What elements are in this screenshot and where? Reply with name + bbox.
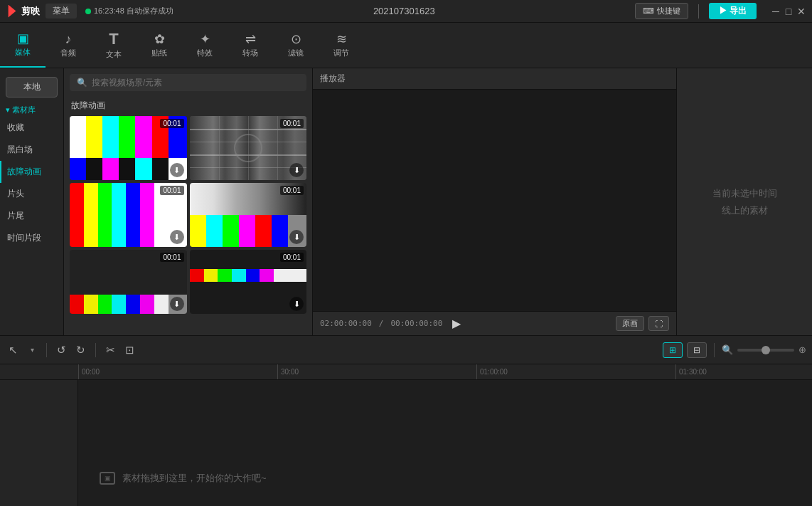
preview-title: 播放器: [313, 68, 676, 90]
preview-controls: 02:00:00:00 / 00:00:00:00 ▶ 原画 ⛶: [313, 311, 676, 335]
thumb-4-duration: 00:01: [280, 186, 304, 195]
title-bar-actions: ⌨ 快捷键 ▶ 导出 ─ □ ✕: [635, 3, 806, 19]
timeline-tracks: ▣ 素材拖拽到这里，开始你的大作吧~: [0, 380, 812, 506]
preview-time-sep: /: [379, 319, 384, 328]
tab-transition[interactable]: ⇌ 转场: [228, 23, 273, 68]
select-button[interactable]: ↖: [6, 341, 21, 359]
magnet-mode-button[interactable]: ⊞: [663, 342, 683, 358]
tab-effect[interactable]: ✦ 特效: [182, 23, 228, 68]
media-thumb-4[interactable]: 00:01 ⬇: [190, 183, 307, 247]
thumb-3-download-icon[interactable]: ⬇: [170, 230, 184, 244]
shortcut-button[interactable]: ⌨ 快捷键: [635, 3, 688, 19]
delete-button[interactable]: ⊡: [122, 341, 137, 359]
timeline-ruler: 00:00 30:00 01:00:00 01:30:00: [0, 364, 812, 380]
thumb-2-duration: 00:01: [280, 119, 304, 128]
redo-button[interactable]: ↻: [73, 341, 88, 359]
thumb-3-duration: 00:01: [160, 186, 183, 195]
tab-media[interactable]: ▣ 媒体: [0, 23, 46, 68]
tab-adjust[interactable]: ≋ 调节: [319, 23, 364, 68]
tab-sticker[interactable]: ✿ 贴纸: [137, 23, 182, 68]
media-thumb-5[interactable]: 00:01 ⬇: [70, 250, 187, 314]
sidebar-item-favorites[interactable]: 收藏: [0, 117, 63, 139]
text-icon: T: [109, 31, 118, 47]
sticker-icon: ✿: [154, 33, 165, 46]
undo-button[interactable]: ↺: [54, 341, 69, 359]
fullscreen-button[interactable]: ⛶: [648, 316, 669, 331]
thumb-2-download-icon[interactable]: ⬇: [289, 163, 304, 177]
sidebar-item-glitch[interactable]: 故障动画: [0, 161, 63, 183]
maximize-button[interactable]: □: [784, 6, 794, 16]
project-title: 202107301623: [173, 6, 635, 16]
minimize-button[interactable]: ─: [771, 6, 781, 16]
no-selection-line1: 当前未选中时间: [712, 185, 777, 201]
tl-sep-1: [46, 343, 47, 357]
track-content: ▣ 素材拖拽到这里，开始你的大作吧~: [78, 380, 812, 506]
export-button[interactable]: ▶ 导出: [709, 3, 757, 19]
thumb-1-download-icon[interactable]: ⬇: [170, 163, 184, 177]
media-thumb-2[interactable]: 00:01 ⬇: [190, 116, 307, 180]
menu-button[interactable]: 菜单: [46, 4, 77, 19]
tl-sep-2: [95, 343, 96, 357]
tab-filter[interactable]: ⊙ 滤镜: [273, 23, 319, 68]
keyboard-icon: ⌨: [643, 6, 654, 16]
original-quality-button[interactable]: 原画: [616, 316, 644, 331]
effect-icon: ✦: [200, 33, 210, 46]
media-icon: ▣: [17, 32, 29, 45]
media-label: 媒体: [15, 47, 31, 58]
tab-text[interactable]: T 文本: [91, 23, 137, 68]
thumb-5-duration: 00:01: [160, 253, 183, 262]
search-icon: 🔍: [77, 78, 87, 88]
audio-label: 音频: [60, 48, 76, 58]
preview-canvas: [313, 90, 676, 311]
sidebar-item-timeclip[interactable]: 时间片段: [0, 227, 63, 249]
media-thumb-6[interactable]: 00:01 ⬇: [190, 250, 307, 314]
shortcut-label: 快捷键: [657, 6, 680, 16]
media-panel: 🔍 故障动画 00:01 ⬇: [64, 68, 313, 335]
window-controls: ─ □ ✕: [771, 6, 806, 16]
zoom-handle[interactable]: [762, 346, 770, 354]
transition-label: 转场: [242, 48, 258, 58]
timeline-area: ↖ ▾ ↺ ↻ ✂ ⊡ ⊞ ⊟ 🔍 ⊕ 00:00 30:00 01:00:00…: [0, 335, 812, 506]
search-input[interactable]: [92, 78, 299, 88]
filter-icon: ⊙: [291, 33, 301, 46]
local-button[interactable]: 本地: [6, 77, 58, 97]
media-thumb-3[interactable]: 00:01 ⬇: [70, 183, 187, 247]
export-label: 导出: [730, 6, 747, 16]
thumb-6-download-icon[interactable]: ⬇: [289, 297, 304, 311]
toolbar-tabs: ▣ 媒体 ♪ 音频 T 文本 ✿ 贴纸 ✦ 特效 ⇌ 转场 ⊙ 滤镜 ≋ 调节: [0, 23, 364, 68]
adjust-icon: ≋: [336, 33, 347, 46]
sidebar-item-footer[interactable]: 片尾: [0, 205, 63, 227]
transition-icon: ⇌: [245, 33, 256, 46]
split-icon: ⊟: [693, 345, 700, 355]
ruler-mark-1: 30:00: [277, 364, 476, 380]
close-button[interactable]: ✕: [796, 6, 806, 16]
top-toolbar: ▣ 媒体 ♪ 音频 T 文本 ✿ 贴纸 ✦ 特效 ⇌ 转场 ⊙ 滤镜 ≋ 调节: [0, 23, 812, 68]
thumb-4-download-icon[interactable]: ⬇: [289, 230, 304, 244]
timeline-toolbar: ↖ ▾ ↺ ↻ ✂ ⊡ ⊞ ⊟ 🔍 ⊕: [0, 336, 812, 364]
sidebar-item-header[interactable]: 片头: [0, 183, 63, 205]
sticker-label: 贴纸: [151, 48, 167, 58]
sidebar-item-blackwhite[interactable]: 黑白场: [0, 139, 63, 161]
zoom-icon: ⊕: [798, 344, 806, 355]
auto-save-status: 16:23:48 自动保存成功: [85, 6, 173, 16]
right-panel: 当前未选中时间 线上的素材: [677, 68, 812, 335]
title-bar: 剪映 菜单 16:23:48 自动保存成功 202107301623 ⌨ 快捷键…: [0, 0, 812, 23]
search-bar: 🔍: [70, 74, 306, 91]
split-mode-button[interactable]: ⊟: [687, 342, 707, 358]
preview-right-controls: 原画 ⛶: [616, 316, 669, 331]
track-labels: [0, 380, 78, 506]
zoom-out-icon: 🔍: [722, 344, 733, 355]
export-icon: ▶: [719, 6, 727, 16]
thumb-5-download-icon[interactable]: ⬇: [170, 297, 184, 311]
no-selection-text: 当前未选中时间 线上的素材: [712, 185, 777, 218]
play-button[interactable]: ▶: [449, 317, 464, 330]
tab-audio[interactable]: ♪ 音频: [46, 23, 91, 68]
ruler-mark-0: 00:00: [78, 364, 277, 380]
cut-button[interactable]: ✂: [103, 341, 118, 359]
text-label: 文本: [106, 49, 122, 60]
save-dot-icon: [85, 9, 91, 14]
zoom-slider[interactable]: [737, 349, 794, 352]
media-thumb-1[interactable]: 00:01 ⬇: [70, 116, 187, 180]
hint-clip-icon: ▣: [100, 472, 115, 485]
ruler-mark-3: 01:30:00: [675, 364, 812, 380]
